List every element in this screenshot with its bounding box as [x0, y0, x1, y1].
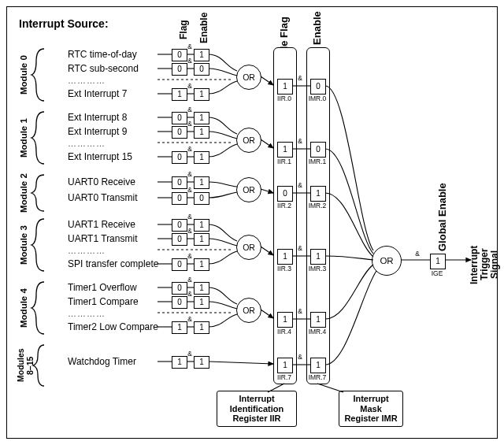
mod5-and-0: & [186, 350, 194, 358]
mod0-and-2: & [186, 82, 194, 90]
mod1-imr-name: IMR.1 [306, 158, 329, 165]
mod2-iir-name: IIR.2 [272, 202, 296, 210]
mod1-src-2: Ext Interrupt 15 [68, 151, 132, 162]
mod0-ellipsis: ………… [68, 76, 106, 85]
mod1-src-1: Ext Interrupt 9 [68, 126, 127, 137]
mod5-iir-name: IIR.7 [272, 373, 296, 381]
mod2-reg-and: & [296, 181, 304, 189]
mod4-and-1: & [186, 290, 194, 298]
mod4-imr-name: IMR.4 [306, 328, 329, 336]
mod4-and-0: & [186, 276, 194, 284]
mod3-flag-2: 0 [172, 258, 187, 271]
mod4-or: OR [236, 298, 261, 323]
mod2-name: Module 2 [19, 173, 28, 213]
mod4-flag-0: 0 [172, 282, 187, 295]
mod5-name: Modules 8–15 [16, 343, 35, 388]
mod4-src-0: Timer1 Overflow [68, 282, 137, 293]
mod5-reg-and: & [296, 353, 304, 361]
mod4-iir-bit: 1 [277, 312, 293, 328]
mod0-iir-name: IIR.0 [272, 95, 296, 102]
mod1-flag-0: 0 [172, 112, 187, 124]
col-flag-label: Flag [178, 14, 189, 46]
output-signal-label: Interrupt Trigger Signal [469, 233, 501, 296]
mod1-or: OR [236, 128, 261, 153]
mod1-iir-name: IIR.1 [272, 158, 296, 165]
mod2-en-1: 0 [194, 192, 209, 205]
mod2-src-0: UART0 Receive [68, 176, 135, 187]
ige-label: IGE [425, 269, 449, 277]
mod2-flag-0: 0 [172, 176, 187, 189]
mod1-and-0: & [186, 106, 194, 113]
mod3-ellipsis: ………… [68, 246, 106, 255]
mod4-reg-and: & [296, 307, 304, 315]
mod0-and-1: & [186, 57, 194, 65]
mod0-imr-name: IMR.0 [306, 95, 329, 102]
mod4-en-1: 1 [194, 296, 209, 309]
mod3-and-1: & [186, 227, 194, 235]
mod2-and-0: & [186, 170, 194, 178]
mod1-src-0: Ext Interrupt 8 [68, 112, 127, 123]
mod0-src-0: RTC time-of-day [68, 49, 137, 60]
mod0-en-0: 1 [194, 49, 209, 61]
mod2-imr-bit: 1 [310, 186, 326, 202]
big-or-gate: OR [372, 246, 402, 276]
mod0-flag-1: 0 [172, 63, 187, 76]
mod2-imr-name: IMR.2 [306, 202, 329, 210]
mod2-or: OR [236, 177, 261, 202]
iir-caption: Interrupt Identification Register IIR [217, 391, 297, 427]
mod3-and-2: & [186, 252, 194, 260]
mod5-en-0: 1 [194, 356, 209, 369]
mod3-src-0: UART1 Receive [68, 219, 135, 230]
mod3-en-1: 1 [194, 233, 209, 246]
mod2-iir-bit: 0 [277, 186, 293, 202]
mod1-flag-1: 0 [172, 126, 187, 139]
mod1-name: Module 1 [19, 112, 28, 164]
mod0-and-0: & [186, 43, 194, 50]
mod1-reg-and: & [296, 137, 304, 145]
mod1-en-0: 1 [194, 112, 209, 124]
mod2-flag-1: 0 [172, 192, 187, 205]
mod1-and-2: & [186, 145, 194, 153]
mod4-en-2: 1 [194, 321, 209, 334]
mod0-imr-bit: 0 [310, 79, 326, 95]
mod4-flag-2: 1 [172, 321, 187, 334]
mod3-en-0: 1 [194, 219, 209, 232]
mod0-en-2: 1 [194, 88, 209, 101]
mod3-and-0: & [186, 213, 194, 221]
mod3-src-1: UART1 Transmit [68, 233, 137, 244]
mod0-or: OR [236, 65, 261, 90]
mod4-name: Module 4 [19, 282, 28, 334]
col-enable-label: Enable [198, 9, 209, 46]
mod4-en-0: 1 [194, 282, 209, 295]
mod0-flag-0: 0 [172, 49, 187, 61]
mod3-flag-0: 0 [172, 219, 187, 232]
imr-caption: Interrupt Mask Register IMR [339, 391, 403, 427]
mod3-flag-1: 0 [172, 233, 187, 246]
mod0-reg-and: & [296, 74, 304, 82]
mod3-imr-name: IMR.3 [306, 265, 329, 273]
ige-bit: 1 [430, 254, 446, 269]
mod3-imr-bit: 1 [310, 249, 326, 265]
mod0-iir-bit: 1 [277, 79, 293, 95]
mod3-iir-name: IIR.3 [272, 265, 296, 273]
mod1-flag-2: 0 [172, 151, 187, 164]
mod2-src-1: UART0 Transmit [68, 192, 137, 203]
mod5-src-0: Watchdog Timer [68, 356, 136, 367]
mod1-and-1: & [186, 120, 194, 128]
mod0-src-1: RTC sub-second [68, 63, 139, 74]
mod3-reg-and: & [296, 244, 304, 252]
mod1-imr-bit: 0 [310, 142, 326, 158]
diagram-frame: Interrupt Source: Flag Enable Module Fla… [0, 0, 504, 445]
mod1-en-1: 1 [194, 126, 209, 139]
mod2-en-0: 1 [194, 176, 209, 189]
mod1-ellipsis: ………… [68, 139, 106, 148]
col-global-enable-label: Global Enable [436, 178, 448, 257]
mod0-flag-2: 1 [172, 88, 187, 101]
mod4-iir-name: IIR.4 [272, 328, 296, 336]
mod3-src-2: SPI transfer complete [68, 258, 158, 269]
mod3-name: Module 3 [19, 219, 28, 271]
mod4-flag-1: 0 [172, 296, 187, 309]
mod4-src-2: Timer2 Low Compare [68, 321, 158, 332]
mod5-iir-bit: 1 [277, 358, 293, 373]
title: Interrupt Source: [19, 17, 109, 30]
